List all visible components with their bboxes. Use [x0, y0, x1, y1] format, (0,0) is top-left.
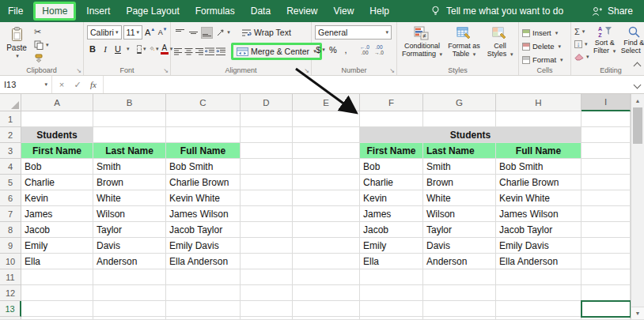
cell-I11[interactable] — [581, 269, 631, 285]
increase-font-size-button[interactable]: A▴ — [144, 25, 155, 40]
underline-dropdown-arrow[interactable]: ▾ — [127, 46, 130, 52]
cell-C6[interactable]: Kevin White — [166, 190, 241, 206]
cell-D7[interactable] — [241, 206, 293, 222]
accounting-format-button[interactable]: $▾ — [315, 43, 326, 57]
enter-button[interactable]: ✓ — [70, 80, 85, 90]
cell-D10[interactable] — [241, 254, 293, 269]
align-center-button[interactable] — [184, 46, 193, 58]
clear-button[interactable]: ▾ — [574, 51, 589, 62]
cell-A3[interactable]: First Name — [21, 143, 93, 159]
cell-E8[interactable] — [293, 222, 360, 238]
row-header-9[interactable]: 9 — [0, 238, 21, 254]
cell-styles-button[interactable]: Cell Styles ▾ — [484, 25, 516, 58]
fill-color-button[interactable]: ▾ — [149, 42, 160, 56]
comma-style-button[interactable]: , — [340, 43, 351, 57]
cell-B12[interactable] — [93, 285, 166, 301]
paste-button[interactable]: Paste ▾ — [3, 25, 30, 59]
cell-A13[interactable] — [21, 301, 93, 317]
cell-E7[interactable] — [293, 206, 360, 222]
cell-I14[interactable] — [581, 317, 631, 319]
scroll-down-button[interactable]: ▼ — [631, 307, 644, 319]
tab-home[interactable]: Home — [36, 4, 74, 18]
cell-I2[interactable] — [581, 127, 631, 143]
copy-button[interactable]: ▾ — [34, 39, 49, 51]
cell-F3[interactable]: First Name — [360, 143, 423, 159]
cell-F9[interactable]: Emily — [360, 238, 423, 254]
cell-A11[interactable] — [21, 269, 93, 285]
row-header-13[interactable]: 13 — [0, 301, 21, 317]
cell-C2[interactable] — [166, 127, 241, 143]
number-format-select[interactable]: General ▾ — [315, 25, 392, 40]
scrollbar-thumb[interactable] — [633, 107, 642, 144]
paste-dropdown-arrow[interactable]: ▾ — [16, 53, 19, 59]
cell-A7[interactable]: James — [21, 206, 93, 222]
bold-button[interactable]: B — [87, 42, 98, 56]
tab-page-layout[interactable]: Page Layout — [118, 0, 187, 22]
format-as-table-button[interactable]: Format as Table ▾ — [445, 25, 483, 58]
align-right-button[interactable] — [195, 46, 203, 58]
cell-C8[interactable]: Jacob Taylor — [166, 222, 241, 238]
increase-decimal-button[interactable]: ←.0 .00 — [358, 43, 371, 57]
cancel-button[interactable]: × — [54, 80, 70, 89]
cell-I8[interactable] — [581, 222, 631, 238]
cell-A1[interactable] — [21, 111, 93, 127]
cell-D4[interactable] — [241, 159, 293, 175]
cell-F14[interactable] — [360, 317, 423, 319]
tab-file[interactable]: File — [0, 0, 31, 22]
scroll-up-button[interactable]: ▲ — [631, 94, 644, 107]
cell-G10[interactable]: Anderson — [423, 254, 496, 269]
column-header-H[interactable]: H — [496, 94, 581, 111]
cut-button[interactable]: ✂ — [34, 25, 49, 38]
vertical-scrollbar[interactable]: ▲ ▼ — [631, 94, 644, 319]
orientation-button[interactable]: ▾ — [214, 27, 232, 39]
cell-G1[interactable] — [423, 111, 496, 127]
cell-E5[interactable] — [293, 175, 360, 190]
cell-E10[interactable] — [293, 254, 360, 269]
cell-B10[interactable]: Anderson — [93, 254, 166, 269]
align-top-button[interactable] — [174, 27, 186, 39]
delete-cells-button[interactable]: Delete ▾ — [522, 40, 568, 52]
cell-G6[interactable]: White — [423, 190, 496, 206]
cell-E2[interactable] — [293, 127, 360, 143]
cell-H13[interactable] — [496, 301, 581, 317]
cell-I12[interactable] — [581, 285, 631, 301]
row-header-3[interactable]: 3 — [0, 143, 21, 159]
sort-filter-button[interactable]: A Z Sort & Filter ▾ — [591, 25, 619, 55]
cell-H11[interactable] — [496, 269, 581, 285]
cell-H7[interactable]: James Wilson — [496, 206, 581, 222]
cell-B13[interactable] — [93, 301, 166, 317]
row-header-4[interactable]: 4 — [0, 159, 21, 175]
cell-B3[interactable]: Last Name — [93, 143, 166, 159]
cell-I1[interactable] — [581, 111, 631, 127]
cell-D6[interactable] — [241, 190, 293, 206]
underline-button[interactable]: U — [112, 42, 123, 56]
row-header-6[interactable]: 6 — [0, 190, 21, 206]
cell-H5[interactable]: Charlie Brown — [496, 175, 581, 190]
cell-A2[interactable]: Students — [21, 127, 93, 143]
cell-F10[interactable]: Ella — [360, 254, 423, 269]
cell-D12[interactable] — [241, 285, 293, 301]
column-header-I[interactable]: I — [581, 94, 631, 111]
cell-D3[interactable] — [241, 143, 293, 159]
italic-button[interactable]: I — [100, 42, 111, 56]
cell-G7[interactable]: Wilson — [423, 206, 496, 222]
select-all-corner[interactable] — [0, 94, 21, 111]
cell-A14[interactable] — [21, 317, 93, 319]
tab-view[interactable]: View — [326, 0, 362, 22]
cell-E1[interactable] — [293, 111, 360, 127]
cell-B6[interactable]: White — [93, 190, 166, 206]
cell-F12[interactable] — [360, 285, 423, 301]
cell-D5[interactable] — [241, 175, 293, 190]
cell-F2-merged[interactable]: Students — [360, 127, 581, 143]
cell-A12[interactable] — [21, 285, 93, 301]
row-header-10[interactable]: 10 — [0, 254, 21, 269]
cell-E14[interactable] — [293, 317, 360, 319]
cell-C11[interactable] — [166, 269, 241, 285]
cell-C5[interactable]: Charlie Brown — [166, 175, 241, 190]
row-header-14[interactable] — [0, 317, 21, 319]
cell-A6[interactable]: Kevin — [21, 190, 93, 206]
cell-F6[interactable]: Kevin — [360, 190, 423, 206]
decrease-font-size-button[interactable]: A▾ — [157, 25, 168, 40]
cell-I7[interactable] — [581, 206, 631, 222]
font-family-select[interactable]: Calibri ▾ — [87, 25, 122, 40]
